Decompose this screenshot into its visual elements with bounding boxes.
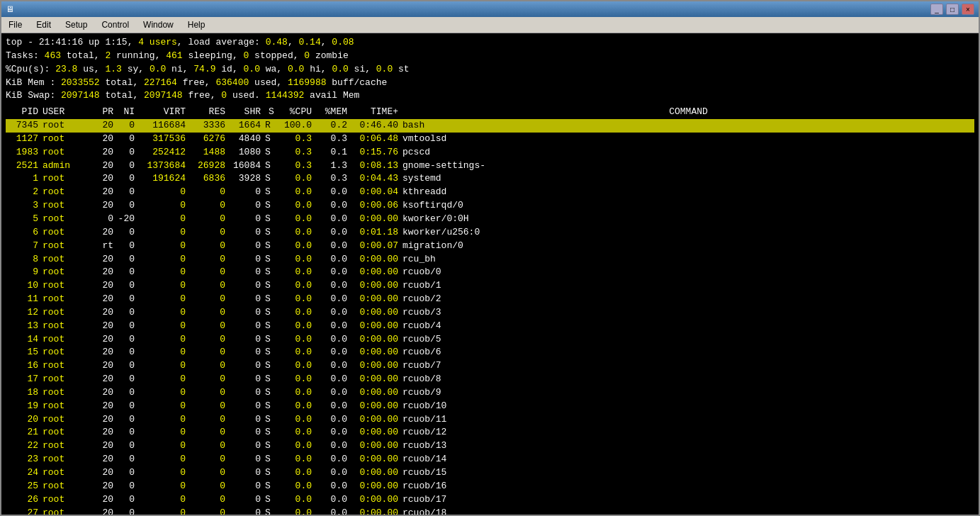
- table-row: 7345root20011668433361664R100.00.20:46.4…: [6, 119, 974, 133]
- table-row: 6root200000S0.00.00:01.18kworker/u256:0: [6, 226, 974, 240]
- title-bar-left: 🖥: [6, 4, 18, 14]
- col-header-res: RES: [190, 106, 230, 119]
- table-row: 14root200000S0.00.00:00.00rcuob/5: [6, 333, 974, 347]
- table-row: 18root200000S0.00.00:00.00rcuob/9: [6, 386, 974, 400]
- table-row: 8root200000S0.00.00:00.00rcu_bh: [6, 253, 974, 267]
- table-row: 16root200000S0.00.00:00.00rcuob/7: [6, 359, 974, 373]
- top-header-line5: KiB Swap: 2097148 total, 2097148 free, 0…: [6, 89, 974, 103]
- table-row: 17root200000S0.00.00:00.00rcuob/8: [6, 373, 974, 386]
- minimize-button[interactable]: _: [930, 4, 943, 15]
- col-header-s: S: [265, 106, 278, 119]
- close-button[interactable]: ×: [962, 4, 974, 15]
- col-header-virt: VIRT: [139, 106, 190, 119]
- table-row: 12root200000S0.00.00:00.00rcuob/3: [6, 306, 974, 320]
- top-header-line3: %Cpu(s): 23.8 us, 1.3 sy, 0.0 ni, 74.9 i…: [6, 63, 974, 77]
- table-row: 2521admin20013736842692816084S0.31.30:08…: [6, 159, 974, 173]
- table-row: 27root200000S0.00.00:00.00rcuob/18: [6, 507, 974, 515]
- table-row: 20root200000S0.00.00:00.00rcuob/11: [6, 413, 974, 427]
- menu-file[interactable]: File: [4, 18, 26, 31]
- top-header-line2: Tasks: 463 total, 2 running, 461 sleepin…: [6, 50, 974, 63]
- col-header-ni: NI: [118, 106, 139, 119]
- col-header-user: USER: [43, 106, 92, 119]
- main-window: 🖥 _ □ × File Edit Setup Control Window H…: [0, 0, 980, 516]
- col-header-pr: PR: [92, 106, 118, 119]
- menu-window[interactable]: Window: [139, 18, 178, 31]
- title-bar: 🖥 _ □ ×: [1, 1, 979, 17]
- table-row: 26root200000S0.00.00:00.00rcuob/17: [6, 493, 974, 507]
- menu-setup[interactable]: Setup: [61, 18, 91, 31]
- table-row: 11root200000S0.00.00:00.00rcuob/2: [6, 293, 974, 306]
- table-row: 5root0-20000S0.00.00:00.00kworker/0:0H: [6, 213, 974, 226]
- col-header-time: TIME+: [351, 106, 402, 119]
- col-header-shr: SHR: [230, 106, 265, 119]
- menu-edit[interactable]: Edit: [32, 18, 55, 31]
- window-icon: 🖥: [6, 4, 14, 14]
- process-list: 7345root20011668433361664R100.00.20:46.4…: [6, 119, 974, 515]
- menu-control[interactable]: Control: [97, 18, 133, 31]
- col-header-mem: %MEM: [316, 106, 351, 119]
- table-row: 15root200000S0.00.00:00.00rcuob/6: [6, 346, 974, 359]
- table-row: 25root200000S0.00.00:00.00rcuob/16: [6, 480, 974, 493]
- maximize-button[interactable]: □: [946, 4, 959, 15]
- col-header-cmd: COMMAND: [402, 106, 974, 119]
- terminal-area: top - 21:41:16 up 1:15, 4 users, load av…: [1, 33, 979, 515]
- table-row: 23root200000S0.00.00:00.00rcuob/14: [6, 453, 974, 466]
- table-row: 2root200000S0.00.00:00.04kthreadd: [6, 186, 974, 199]
- table-row: 13root200000S0.00.00:00.00rcuob/4: [6, 320, 974, 333]
- top-header-line4: KiB Mem : 2033552 total, 227164 free, 63…: [6, 77, 974, 90]
- table-row: 3root200000S0.00.00:00.06ksoftirqd/0: [6, 199, 974, 213]
- table-row: 1983root20025241214881080S0.30.10:15.76p…: [6, 146, 974, 159]
- table-row: 22root200000S0.00.00:00.00rcuob/13: [6, 439, 974, 453]
- col-header-cpu: %CPU: [278, 106, 316, 119]
- menu-bar: File Edit Setup Control Window Help: [1, 17, 979, 33]
- top-header-line1: top - 21:41:16 up 1:15, 4 users, load av…: [6, 36, 974, 50]
- table-row: 7rootrt0000S0.00.00:00.07migration/0: [6, 240, 974, 253]
- process-table: PID USER PR NI VIRT RES SHR S %CPU %MEM …: [6, 106, 974, 515]
- menu-help[interactable]: Help: [184, 18, 210, 31]
- table-row: 24root200000S0.00.00:00.00rcuob/15: [6, 466, 974, 480]
- col-header-pid: PID: [6, 106, 43, 119]
- table-row: 1root20019162468363928S0.00.30:04.43syst…: [6, 172, 974, 186]
- table-row: 21root200000S0.00.00:00.00rcuob/12: [6, 426, 974, 439]
- table-header-row: PID USER PR NI VIRT RES SHR S %CPU %MEM …: [6, 106, 974, 119]
- table-row: 1127root20031753662764840S0.30.30:06.48v…: [6, 133, 974, 146]
- title-bar-buttons: _ □ ×: [930, 4, 974, 15]
- table-row: 19root200000S0.00.00:00.00rcuob/10: [6, 400, 974, 413]
- table-row: 10root200000S0.00.00:00.00rcuob/1: [6, 279, 974, 293]
- table-row: 9root200000S0.00.00:00.00rcuob/0: [6, 266, 974, 279]
